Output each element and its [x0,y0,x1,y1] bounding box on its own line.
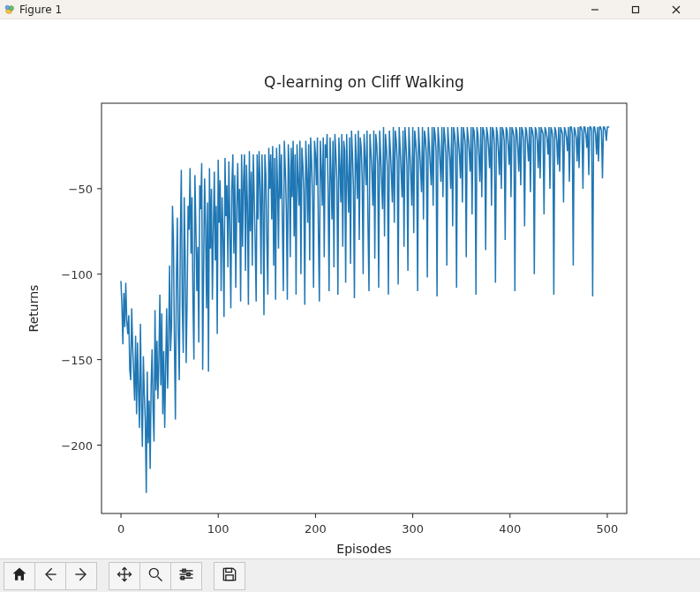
svg-rect-4 [633,6,639,12]
window-title: Figure 1 [19,4,62,16]
x-tick-label: 0 [117,522,124,536]
svg-point-21 [149,568,158,577]
svg-point-1 [9,5,13,10]
x-tick-label: 200 [305,522,327,536]
zoom-icon [147,566,164,587]
titlebar: Figure 1 [0,0,700,19]
save-icon [221,566,238,587]
y-tick-label: −200 [61,439,93,453]
y-axis-label: Returns [26,285,41,333]
svg-point-2 [5,5,9,9]
zoom-button[interactable] [139,562,171,590]
minimize-button[interactable] [575,0,615,19]
x-axis-label: Episodes [336,542,391,556]
forward-icon [72,566,90,587]
y-tick-label: −50 [69,183,93,196]
configure-button[interactable] [170,562,202,590]
x-tick-label: 500 [597,522,619,536]
app-icon [4,4,16,16]
pan-button[interactable] [109,562,140,590]
home-icon [11,566,28,587]
matplotlib-toolbar [0,558,700,592]
maximize-button[interactable] [615,0,656,19]
sliders-icon [177,566,195,587]
home-button[interactable] [4,562,35,590]
back-icon [41,566,59,587]
back-button[interactable] [34,562,66,590]
move-icon [116,566,133,587]
x-tick-label: 400 [499,522,521,536]
x-tick-label: 100 [207,522,230,536]
series-returns [121,127,609,493]
plot-canvas: Q-learning on Cliff Walking0100200300400… [0,19,700,558]
chart-title: Q-learning on Cliff Walking [264,73,464,91]
save-button[interactable] [214,562,245,590]
plot-area: Q-learning on Cliff Walking0100200300400… [0,19,700,558]
y-tick-label: −150 [61,354,93,367]
figure-window: Figure 1 Q-learning on Cliff Walking0100… [0,0,700,592]
svg-rect-29 [226,568,232,572]
y-tick-label: −100 [61,268,93,281]
forward-button[interactable] [65,562,97,590]
svg-rect-30 [226,574,233,580]
x-tick-label: 300 [402,522,424,536]
svg-line-22 [158,576,162,581]
close-button[interactable] [656,0,696,19]
